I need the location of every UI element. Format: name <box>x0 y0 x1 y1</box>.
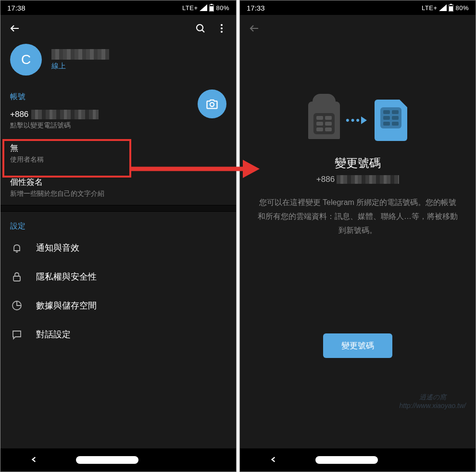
watermark: 逍遙の窩 http://www.xiaoyao.tw/ <box>399 393 466 410</box>
settings-chat[interactable]: 對話設定 <box>0 320 236 349</box>
svg-rect-1 <box>211 4 213 5</box>
status-time: 17:33 <box>247 4 265 12</box>
arrow-icon: ••• <box>346 114 369 127</box>
nav-home-pill[interactable] <box>76 456 138 464</box>
change-number-content: ••• 變更號碼 +886 您可以在這裡變更 Telegram 所綁定的電話號碼… <box>240 42 476 448</box>
bio-title: 個性簽名 <box>10 177 226 188</box>
battery-icon <box>449 4 453 12</box>
svg-point-4 <box>221 24 223 26</box>
change-number-description: 您可以在這裡變更 Telegram 所綁定的電話號碼。您的帳號和所有您的雲端資料… <box>257 196 459 237</box>
chat-icon <box>11 329 23 340</box>
phone-number-redacted <box>31 110 99 119</box>
svg-point-7 <box>210 102 214 106</box>
left-phone-screenshot: 17:38 LTE+ 80% C <box>0 0 237 472</box>
signal-icon <box>439 4 447 11</box>
svg-rect-8 <box>13 276 20 281</box>
current-phone: +886 <box>316 175 399 184</box>
phone-redacted <box>337 175 399 184</box>
online-status: 線上 <box>51 62 109 71</box>
profile-name-redacted <box>51 49 109 60</box>
svg-point-6 <box>221 31 223 33</box>
phone-number-prefix: +886 <box>10 110 28 119</box>
status-time: 17:38 <box>7 4 25 12</box>
status-bar: 17:33 LTE+ 80% <box>240 0 476 15</box>
migrate-graphic: ••• <box>308 100 407 141</box>
signal-icon <box>200 4 207 11</box>
avatar[interactable]: C <box>10 44 42 76</box>
profile-header: C 線上 <box>0 42 236 82</box>
settings-label: 數據與儲存空間 <box>36 300 97 311</box>
svg-point-3 <box>197 25 203 31</box>
old-sim-icon <box>308 102 340 139</box>
nav-back-icon[interactable] <box>31 455 38 465</box>
phone-hint: 點擊以變更電話號碼 <box>10 121 226 130</box>
new-sim-icon <box>375 100 407 141</box>
username-row[interactable]: 無 使用者名稱 <box>0 137 236 171</box>
settings-notifications[interactable]: 通知與音效 <box>0 233 236 262</box>
search-button[interactable] <box>190 18 211 39</box>
nav-back-icon[interactable] <box>270 455 277 465</box>
svg-rect-12 <box>449 6 453 11</box>
app-bar <box>0 15 236 42</box>
pie-icon <box>11 300 23 311</box>
battery-icon <box>209 4 214 12</box>
android-nav-bar <box>0 448 236 472</box>
settings-label: 對話設定 <box>36 329 71 340</box>
section-divider <box>0 205 236 212</box>
change-number-button[interactable]: 變更號碼 <box>323 333 392 358</box>
settings-data[interactable]: 數據與儲存空間 <box>0 291 236 320</box>
svg-rect-11 <box>450 4 452 5</box>
settings-privacy[interactable]: 隱私權與安全性 <box>0 262 236 291</box>
bio-hint: 新增一些關於您自己的文字介紹 <box>10 190 226 198</box>
username-value: 無 <box>10 142 226 153</box>
lock-icon <box>11 271 23 282</box>
bio-row[interactable]: 個性簽名 新增一些關於您自己的文字介紹 <box>0 171 236 205</box>
status-network: LTE+ <box>182 4 198 12</box>
svg-rect-2 <box>210 6 213 11</box>
android-nav-bar <box>240 448 476 472</box>
status-bar: 17:38 LTE+ 80% <box>0 0 236 15</box>
settings-label: 隱私權與安全性 <box>36 271 97 282</box>
nav-home-pill[interactable] <box>315 456 378 464</box>
settings-label: 通知與音效 <box>36 242 79 254</box>
more-button[interactable] <box>211 18 232 39</box>
back-button[interactable] <box>244 18 265 39</box>
change-number-title: 變更號碼 <box>335 155 381 171</box>
svg-point-5 <box>221 27 223 29</box>
right-phone-screenshot: 17:33 LTE+ 80% ••• <box>239 0 476 472</box>
status-battery: 80% <box>216 4 229 12</box>
username-hint: 使用者名稱 <box>10 155 226 164</box>
settings-section-title: 設定 <box>0 212 236 233</box>
phone-prefix: +886 <box>316 175 335 184</box>
bell-icon <box>11 242 23 254</box>
status-battery: 80% <box>455 4 469 12</box>
back-button[interactable] <box>4 18 25 39</box>
app-bar <box>240 15 476 42</box>
camera-fab[interactable] <box>198 89 226 118</box>
status-network: LTE+ <box>422 4 437 12</box>
